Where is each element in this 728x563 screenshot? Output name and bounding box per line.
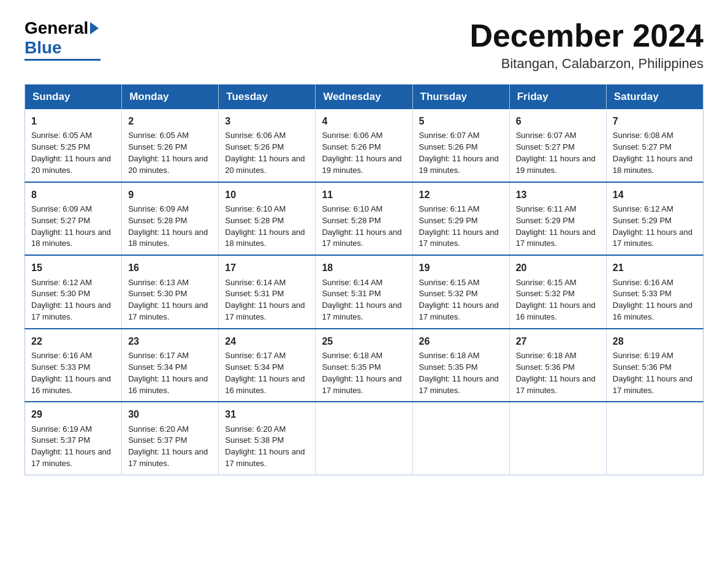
day-number: 12 (419, 188, 503, 202)
calendar-cell: 12Sunrise: 6:11 AMSunset: 5:29 PMDayligh… (412, 182, 509, 256)
day-number: 3 (225, 114, 309, 128)
calendar-cell: 28Sunrise: 6:19 AMSunset: 5:36 PMDayligh… (606, 329, 703, 402)
calendar-cell: 5Sunrise: 6:07 AMSunset: 5:26 PMDaylight… (412, 109, 509, 182)
logo-general-text: General (25, 18, 88, 38)
day-number: 17 (225, 261, 309, 275)
calendar-cell: 6Sunrise: 6:07 AMSunset: 5:27 PMDaylight… (509, 109, 606, 182)
logo: General Blue (25, 18, 100, 61)
calendar-cell: 11Sunrise: 6:10 AMSunset: 5:28 PMDayligh… (316, 182, 412, 256)
day-number: 13 (516, 188, 600, 202)
day-number: 31 (225, 407, 309, 421)
day-number: 15 (31, 261, 115, 275)
calendar-header: SundayMondayTuesdayWednesdayThursdayFrid… (25, 85, 703, 110)
day-number: 2 (128, 114, 212, 128)
title-block: December 2024 Bitangan, Calabarzon, Phil… (469, 18, 703, 72)
weekday-header-wednesday: Wednesday (316, 85, 412, 110)
day-number: 14 (613, 188, 697, 202)
calendar-cell: 31Sunrise: 6:20 AMSunset: 5:38 PMDayligh… (219, 402, 316, 475)
calendar-cell (509, 402, 606, 475)
day-number: 26 (419, 334, 503, 348)
calendar-week-row: 22Sunrise: 6:16 AMSunset: 5:33 PMDayligh… (25, 329, 703, 402)
calendar-cell: 21Sunrise: 6:16 AMSunset: 5:33 PMDayligh… (606, 255, 703, 329)
calendar-cell: 19Sunrise: 6:15 AMSunset: 5:32 PMDayligh… (412, 255, 509, 329)
calendar-cell: 17Sunrise: 6:14 AMSunset: 5:31 PMDayligh… (219, 255, 316, 329)
day-number: 30 (128, 407, 212, 421)
calendar-week-row: 15Sunrise: 6:12 AMSunset: 5:30 PMDayligh… (25, 255, 703, 329)
calendar-cell: 27Sunrise: 6:18 AMSunset: 5:36 PMDayligh… (509, 329, 606, 402)
calendar-cell: 13Sunrise: 6:11 AMSunset: 5:29 PMDayligh… (509, 182, 606, 256)
day-number: 19 (419, 261, 503, 275)
calendar-cell: 4Sunrise: 6:06 AMSunset: 5:26 PMDaylight… (316, 109, 412, 182)
day-number: 21 (613, 261, 697, 275)
calendar-cell: 16Sunrise: 6:13 AMSunset: 5:30 PMDayligh… (122, 255, 219, 329)
logo-underline (25, 59, 100, 61)
day-number: 29 (31, 407, 115, 421)
day-number: 16 (128, 261, 212, 275)
calendar-cell: 29Sunrise: 6:19 AMSunset: 5:37 PMDayligh… (25, 402, 122, 475)
weekday-header-saturday: Saturday (606, 85, 703, 110)
day-number: 10 (225, 188, 309, 202)
calendar-cell: 20Sunrise: 6:15 AMSunset: 5:32 PMDayligh… (509, 255, 606, 329)
day-number: 6 (516, 114, 600, 128)
calendar-cell (316, 402, 412, 475)
day-number: 1 (31, 114, 115, 128)
day-number: 8 (31, 188, 115, 202)
calendar-cell: 3Sunrise: 6:06 AMSunset: 5:26 PMDaylight… (219, 109, 316, 182)
day-number: 4 (322, 114, 406, 128)
day-number: 20 (516, 261, 600, 275)
calendar-cell: 2Sunrise: 6:05 AMSunset: 5:26 PMDaylight… (122, 109, 219, 182)
weekday-header-tuesday: Tuesday (219, 85, 316, 110)
logo-triangle-icon (90, 22, 99, 34)
month-title: December 2024 (469, 18, 703, 53)
day-number: 18 (322, 261, 406, 275)
calendar-cell: 7Sunrise: 6:08 AMSunset: 5:27 PMDaylight… (606, 109, 703, 182)
calendar-cell: 18Sunrise: 6:14 AMSunset: 5:31 PMDayligh… (316, 255, 412, 329)
day-number: 27 (516, 334, 600, 348)
calendar-cell: 14Sunrise: 6:12 AMSunset: 5:29 PMDayligh… (606, 182, 703, 256)
calendar-cell: 23Sunrise: 6:17 AMSunset: 5:34 PMDayligh… (122, 329, 219, 402)
calendar-cell (412, 402, 509, 475)
weekday-header-monday: Monday (122, 85, 219, 110)
day-number: 22 (31, 334, 115, 348)
calendar-cell: 30Sunrise: 6:20 AMSunset: 5:37 PMDayligh… (122, 402, 219, 475)
page-header: General Blue December 2024 Bitangan, Cal… (25, 18, 703, 72)
weekday-header-row: SundayMondayTuesdayWednesdayThursdayFrid… (25, 85, 703, 110)
calendar-cell (606, 402, 703, 475)
weekday-header-friday: Friday (509, 85, 606, 110)
calendar-cell: 25Sunrise: 6:18 AMSunset: 5:35 PMDayligh… (316, 329, 412, 402)
calendar-week-row: 8Sunrise: 6:09 AMSunset: 5:27 PMDaylight… (25, 182, 703, 256)
logo-blue-text: Blue (25, 38, 62, 58)
calendar-cell: 8Sunrise: 6:09 AMSunset: 5:27 PMDaylight… (25, 182, 122, 256)
day-number: 11 (322, 188, 406, 202)
day-number: 24 (225, 334, 309, 348)
day-number: 25 (322, 334, 406, 348)
calendar-cell: 1Sunrise: 6:05 AMSunset: 5:25 PMDaylight… (25, 109, 122, 182)
calendar-cell: 26Sunrise: 6:18 AMSunset: 5:35 PMDayligh… (412, 329, 509, 402)
location-subtitle: Bitangan, Calabarzon, Philippines (469, 56, 703, 72)
calendar-table: SundayMondayTuesdayWednesdayThursdayFrid… (25, 84, 703, 475)
calendar-week-row: 29Sunrise: 6:19 AMSunset: 5:37 PMDayligh… (25, 402, 703, 475)
calendar-cell: 10Sunrise: 6:10 AMSunset: 5:28 PMDayligh… (219, 182, 316, 256)
day-number: 5 (419, 114, 503, 128)
calendar-cell: 9Sunrise: 6:09 AMSunset: 5:28 PMDaylight… (122, 182, 219, 256)
day-number: 9 (128, 188, 212, 202)
weekday-header-thursday: Thursday (412, 85, 509, 110)
day-number: 23 (128, 334, 212, 348)
day-number: 7 (613, 114, 697, 128)
calendar-cell: 22Sunrise: 6:16 AMSunset: 5:33 PMDayligh… (25, 329, 122, 402)
weekday-header-sunday: Sunday (25, 85, 122, 110)
calendar-week-row: 1Sunrise: 6:05 AMSunset: 5:25 PMDaylight… (25, 109, 703, 182)
day-number: 28 (613, 334, 697, 348)
calendar-cell: 24Sunrise: 6:17 AMSunset: 5:34 PMDayligh… (219, 329, 316, 402)
calendar-body: 1Sunrise: 6:05 AMSunset: 5:25 PMDaylight… (25, 109, 703, 475)
calendar-cell: 15Sunrise: 6:12 AMSunset: 5:30 PMDayligh… (25, 255, 122, 329)
